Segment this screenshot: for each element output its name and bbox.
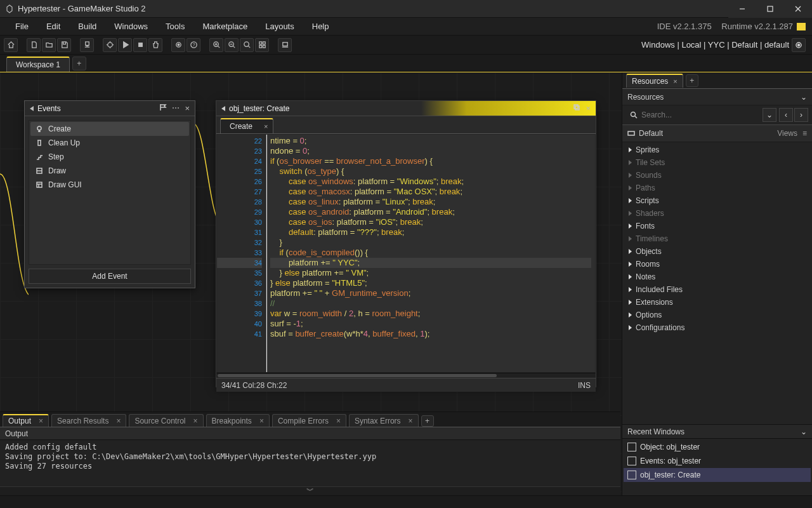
event-row[interactable]: Create [30, 122, 189, 136]
recent-window-row[interactable]: obj_tester: Create [624, 468, 811, 482]
resource-row[interactable]: Tile Sets [622, 156, 812, 169]
chevron-down-icon[interactable]: ⌄ [801, 93, 807, 102]
close-tab-icon[interactable]: × [39, 417, 43, 425]
close-tab-icon[interactable]: × [336, 417, 341, 425]
open-project-button[interactable] [42, 38, 56, 52]
search-next-button[interactable]: › [794, 108, 808, 122]
resource-row[interactable]: Sprites [622, 144, 812, 156]
panel-close-icon[interactable]: × [185, 104, 190, 113]
feedback-icon[interactable] [797, 23, 806, 30]
resource-row[interactable]: Rooms [622, 258, 812, 271]
code-editor-title: obj_tester: Create [229, 104, 289, 113]
help-button[interactable]: ? [187, 38, 200, 52]
resource-row[interactable]: Scripts [622, 194, 812, 207]
resources-header[interactable]: Resources ⌄ [622, 89, 812, 105]
output-tab[interactable]: Compile Errors× [272, 414, 346, 427]
window-minimize-button[interactable] [728, 0, 756, 18]
restore-icon[interactable] [573, 104, 580, 113]
laptop-mode-button[interactable] [278, 38, 292, 52]
window-icon [627, 443, 636, 451]
event-row[interactable]: Step [30, 150, 189, 164]
code-editor-panel[interactable]: obj_tester: Create × Create × 2223242526… [216, 100, 596, 387]
resource-row[interactable]: Configurations [622, 321, 812, 334]
home-button[interactable] [4, 38, 18, 52]
output-tab[interactable]: Source Control× [129, 414, 203, 427]
output-tab-add[interactable]: + [421, 415, 434, 427]
window-maximize-button[interactable] [756, 0, 784, 18]
expand-icon [629, 236, 632, 241]
close-tab-icon[interactable]: × [673, 77, 677, 85]
svg-rect-25 [259, 42, 261, 44]
recent-windows-panel: Recent Windows ⌄ Object: obj_testerEvent… [622, 424, 812, 495]
menu-help[interactable]: Help [303, 18, 338, 35]
resource-row[interactable]: Fonts [622, 220, 812, 232]
zoom-out-button[interactable] [225, 38, 239, 52]
search-dropdown-button[interactable]: ⌄ [763, 108, 776, 122]
output-tab[interactable]: Breakpoints× [206, 414, 270, 427]
resource-row[interactable]: Shaders [622, 207, 812, 220]
hamburger-icon[interactable]: ≡ [802, 129, 807, 138]
game-options-button[interactable] [171, 38, 185, 52]
sidebar-tab-add[interactable]: + [686, 74, 698, 87]
flag-icon[interactable] [159, 104, 167, 113]
close-tab-icon[interactable]: × [116, 417, 121, 425]
resource-row[interactable]: Paths [622, 182, 812, 194]
output-log[interactable]: Added config default Saving project to: … [0, 440, 620, 486]
event-row[interactable]: Draw GUI [30, 178, 189, 192]
close-tab-icon[interactable]: × [259, 417, 264, 425]
resource-row[interactable]: Sounds [622, 169, 812, 182]
save-button[interactable] [57, 38, 71, 52]
resource-row[interactable]: Extensions [622, 296, 812, 309]
resource-row[interactable]: Included Files [622, 283, 812, 296]
menu-tools[interactable]: Tools [157, 18, 193, 35]
menu-edit[interactable]: Edit [37, 18, 69, 35]
workspace-tab[interactable]: Workspace 1 [6, 57, 70, 72]
search-prev-button[interactable]: ‹ [779, 108, 793, 122]
menu-layouts[interactable]: Layouts [256, 18, 303, 35]
output-tab[interactable]: Output× [3, 414, 49, 427]
menu-windows[interactable]: Windows [105, 18, 157, 35]
search-input[interactable]: Search... [626, 108, 760, 122]
create-exe-button[interactable] [80, 38, 94, 52]
workspace-tab-add[interactable]: + [72, 57, 86, 70]
menu-marketplace[interactable]: Marketplace [193, 18, 256, 35]
add-event-button[interactable]: Add Event [29, 269, 191, 284]
recent-window-row[interactable]: Object: obj_tester [624, 440, 811, 454]
menu-build[interactable]: Build [69, 18, 105, 35]
recent-windows-title: Recent Windows [627, 427, 684, 436]
code-area[interactable]: 2223242526272829303132333435363738394041… [216, 134, 596, 373]
code-tab[interactable]: Create × [220, 118, 273, 133]
resource-row[interactable]: Timelines [622, 232, 812, 245]
close-tab-icon[interactable]: × [193, 417, 197, 425]
output-tab[interactable]: Syntax Errors× [349, 414, 419, 427]
run-button[interactable] [118, 38, 132, 52]
horizontal-scrollbar[interactable] [216, 373, 596, 378]
menu-file[interactable]: File [6, 18, 37, 35]
panel-close-icon[interactable]: × [586, 104, 591, 113]
zoom-reset-button[interactable] [240, 38, 254, 52]
stop-button[interactable] [133, 38, 147, 52]
event-row[interactable]: Draw [30, 164, 189, 178]
resources-tab[interactable]: Resources× [626, 74, 683, 88]
target-label[interactable]: Windows | Local | YYC | Default | defaul… [641, 40, 789, 50]
recent-window-row[interactable]: Events: obj_tester [624, 454, 811, 468]
expand-handle[interactable]: ︾ [0, 486, 620, 495]
window-close-button[interactable] [784, 0, 812, 18]
resource-row[interactable]: Objects [622, 245, 812, 258]
new-project-button[interactable] [27, 38, 41, 52]
clean-button[interactable] [148, 38, 162, 52]
debug-button[interactable] [103, 38, 117, 52]
resource-row[interactable]: Notes [622, 271, 812, 283]
default-view-row[interactable]: Default Views≡ [622, 124, 812, 142]
event-row[interactable]: Clean Up [30, 136, 189, 150]
output-tab[interactable]: Search Results× [51, 414, 126, 427]
panel-menu-icon[interactable]: ⋯ [172, 104, 180, 113]
chevron-down-icon[interactable]: ⌄ [801, 427, 807, 436]
events-panel[interactable]: Events ⋯ × CreateClean UpStepDrawDraw GU… [24, 100, 195, 288]
target-manager-button[interactable] [792, 38, 806, 52]
close-tab-icon[interactable]: × [409, 417, 413, 425]
zoom-in-button[interactable] [209, 38, 223, 52]
resource-row[interactable]: Options [622, 309, 812, 321]
close-tab-icon[interactable]: × [264, 123, 268, 130]
expand-tree-button[interactable] [255, 38, 269, 52]
